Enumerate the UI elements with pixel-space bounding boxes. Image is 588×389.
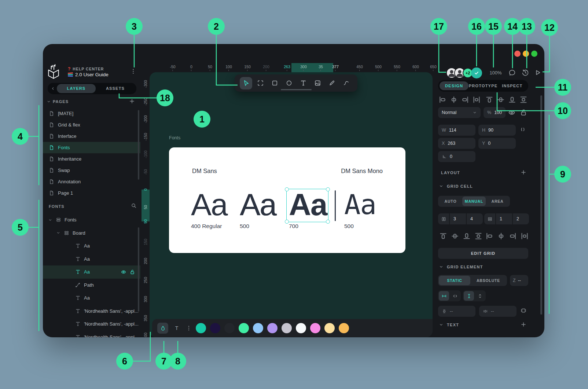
code-toggle[interactable] [450, 291, 460, 301]
zoom-level[interactable]: 100% [486, 70, 505, 76]
toolbar-drag-handle[interactable] [281, 89, 312, 90]
pages-scrollbar[interactable] [138, 110, 139, 180]
rectangle-tool[interactable] [268, 77, 281, 89]
constrain-proportions-icon[interactable] [519, 126, 526, 133]
font-specimen[interactable]: Aa [240, 188, 276, 221]
align-top-icon[interactable] [439, 232, 448, 241]
align-h-center-icon[interactable] [449, 95, 458, 104]
page-item-interface[interactable]: Interface [43, 131, 140, 142]
font-specimen[interactable]: Aa [191, 188, 227, 221]
fonts-frame[interactable]: DM Sans DM Sans Mono Aa400 RegularAa500A… [169, 147, 405, 253]
color-swatch[interactable] [253, 323, 263, 333]
color-swatch[interactable] [224, 323, 235, 333]
gap-x-field[interactable]: -- [438, 306, 475, 317]
image-tool[interactable] [311, 77, 324, 89]
position-static[interactable]: STATIC [439, 276, 470, 285]
page-item-fonts[interactable]: Fonts [43, 142, 140, 153]
history-icon[interactable] [521, 69, 529, 77]
align-bottom-icon[interactable] [508, 95, 517, 104]
fill-tool-button[interactable] [157, 323, 168, 334]
text-tool[interactable] [297, 77, 309, 89]
color-swatch[interactable] [296, 323, 306, 333]
window-zoom-button[interactable] [531, 51, 537, 57]
frame-label[interactable]: Fonts [169, 135, 180, 140]
pencil-tool[interactable] [326, 77, 338, 89]
x-position-field[interactable]: X 263 [438, 138, 475, 149]
position-absolute[interactable]: ABSOLUTE [470, 276, 506, 285]
eye-icon[interactable] [121, 269, 126, 275]
inspector-scrollbar[interactable] [540, 95, 542, 315]
grid-mode-manual[interactable]: MANUAL [462, 197, 486, 206]
color-swatch[interactable] [310, 323, 320, 333]
window-minimize-button[interactable] [523, 51, 529, 57]
kebab-menu-icon[interactable] [186, 325, 192, 331]
chevron-down-icon[interactable] [48, 218, 52, 222]
align-v-center-icon[interactable] [451, 232, 459, 241]
save-check-button[interactable] [471, 67, 482, 78]
chevron-down-icon[interactable] [439, 264, 444, 269]
color-swatch[interactable] [196, 323, 206, 333]
project-title[interactable]: 2.0 User Guide [68, 72, 109, 77]
canvas[interactable]: Fonts DM Sans DM Sans Mono Aa400 Regular… [150, 72, 433, 337]
align-left-icon[interactable] [438, 95, 447, 104]
ellipse-tool[interactable] [283, 77, 295, 89]
row-end-field[interactable]: 2 [513, 213, 529, 224]
column-end-field[interactable]: 4 [467, 213, 483, 224]
chevrons-updown-toggle[interactable] [475, 291, 485, 301]
gap-y-field[interactable]: -- [479, 306, 517, 317]
align-top-icon[interactable] [485, 95, 494, 104]
window-close-button[interactable] [514, 51, 521, 57]
select-tool[interactable] [240, 77, 252, 89]
align-right-icon[interactable] [508, 232, 517, 241]
grid-mode-auto[interactable]: AUTO [439, 197, 462, 206]
rotation-field[interactable]: 0 [438, 151, 475, 162]
layer-item[interactable]: Aa [43, 253, 140, 266]
color-swatch[interactable] [267, 323, 278, 333]
align-left-icon[interactable] [485, 232, 494, 241]
width-field[interactable]: W 114 [438, 125, 475, 136]
align-v-center-icon[interactable] [496, 95, 505, 104]
unlock-icon[interactable] [129, 269, 135, 275]
collapse-sidebar-icon[interactable] [51, 86, 55, 91]
distribute-h-icon[interactable] [472, 95, 481, 104]
chevron-down-icon[interactable] [439, 322, 444, 327]
align-bottom-icon[interactable] [462, 232, 471, 241]
page-item-mate[interactable]: [MATE] [43, 108, 140, 119]
add-layout-icon[interactable] [520, 169, 527, 176]
chevron-down-icon[interactable] [439, 184, 444, 188]
add-text-style-icon[interactable] [520, 321, 527, 328]
layer-item[interactable]: Fonts [43, 213, 140, 227]
comments-icon[interactable] [508, 69, 516, 77]
page-item-grid-flex[interactable]: Grid & flex [43, 119, 140, 131]
align-right-icon[interactable] [461, 95, 470, 104]
tab-prototype[interactable]: PROTOTYPE [468, 81, 497, 90]
layer-item[interactable]: Aa [43, 239, 140, 253]
edit-grid-button[interactable]: EDIT GRID [438, 248, 528, 259]
layer-item[interactable]: Aa [43, 265, 140, 279]
i-beam-toggle[interactable] [464, 291, 474, 301]
distribute-h-icon[interactable] [520, 232, 529, 241]
add-page-icon[interactable] [129, 98, 135, 104]
layer-item[interactable]: 'Nordhealth Sans', -appl... [43, 331, 140, 338]
page-item-annotation[interactable]: Annotation [43, 176, 140, 187]
layer-item[interactable]: 'Nordhealth Sans', -appl... [43, 318, 140, 331]
chevron-down-icon[interactable] [56, 231, 60, 235]
lock-icon[interactable] [519, 109, 528, 117]
selection-handle[interactable] [326, 187, 330, 191]
visibility-eye-icon[interactable] [508, 109, 516, 117]
page-item-page-1[interactable]: Page 1 [43, 187, 140, 199]
kebab-menu-icon[interactable] [130, 68, 136, 74]
tab-design[interactable]: DESIGN [440, 81, 468, 90]
tab-assets[interactable]: ASSETS [96, 84, 135, 93]
grid-mode-area[interactable]: AREA [486, 197, 509, 206]
selection-handle[interactable] [285, 220, 289, 224]
z-index-field[interactable]: Z -- [510, 275, 528, 286]
pen-tool[interactable] [340, 77, 352, 89]
y-position-field[interactable]: Y 0 [478, 138, 516, 149]
selection-handle[interactable] [285, 187, 289, 191]
page-item-swap[interactable]: Swap [43, 165, 140, 176]
distribute-v-icon[interactable] [519, 95, 528, 104]
opacity-field[interactable]: % 100 [484, 107, 506, 118]
arrow-h-toggle[interactable] [439, 291, 449, 301]
layer-item[interactable]: Board [43, 227, 140, 240]
